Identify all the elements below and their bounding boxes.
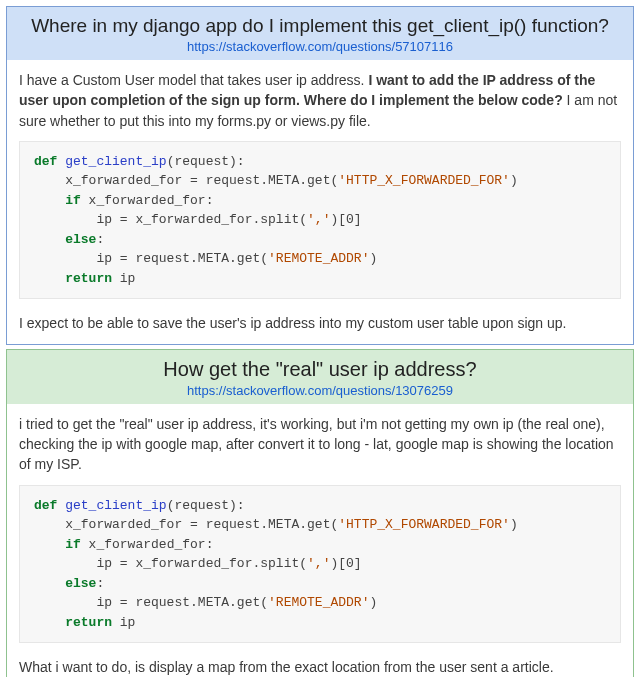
fn-name: get_client_ip	[57, 154, 166, 169]
code-text: (request):	[167, 154, 245, 169]
post-header: How get the "real" user ip address? http…	[7, 350, 633, 404]
code-text: (request):	[167, 498, 245, 513]
post-django: Where in my django app do I implement th…	[6, 6, 634, 345]
code-block: def get_client_ip(request): x_forwarded_…	[19, 485, 621, 644]
code-text: :	[96, 576, 104, 591]
code-text: :	[96, 232, 104, 247]
code-text: ip	[112, 615, 135, 630]
post-title: How get the "real" user ip address?	[19, 358, 621, 381]
code-text: )	[510, 173, 518, 188]
code-text: ip = request.META.get(	[34, 595, 268, 610]
code-text: ip	[112, 271, 135, 286]
kw-def: def	[34, 154, 57, 169]
post-realip: How get the "real" user ip address? http…	[6, 349, 634, 677]
post-expect: I expect to be able to save the user's i…	[19, 313, 621, 333]
post-url-link[interactable]: https://stackoverflow.com/questions/5710…	[19, 39, 621, 54]
code-block: def get_client_ip(request): x_forwarded_…	[19, 141, 621, 300]
str: 'REMOTE_ADDR'	[268, 595, 369, 610]
code-text: ip = x_forwarded_for.split(	[34, 556, 307, 571]
code-text: x_forwarded_for = request.META.get(	[34, 517, 338, 532]
post-body: I have a Custom User model that takes us…	[7, 60, 633, 344]
code-text: )	[510, 517, 518, 532]
intro-plain: I have a Custom User model that takes us…	[19, 72, 368, 88]
str: 'HTTP_X_FORWARDED_FOR'	[338, 517, 510, 532]
kw-return: return	[34, 615, 112, 630]
code-text: x_forwarded_for = request.META.get(	[34, 173, 338, 188]
code-text: ip = x_forwarded_for.split(	[34, 212, 307, 227]
str: ','	[307, 556, 330, 571]
kw-if: if	[34, 537, 81, 552]
kw-if: if	[34, 193, 81, 208]
code-text: x_forwarded_for:	[81, 537, 214, 552]
post-title: Where in my django app do I implement th…	[19, 15, 621, 37]
code-text: )[0]	[330, 212, 361, 227]
post-intro: I have a Custom User model that takes us…	[19, 70, 621, 131]
post-body: i tried to get the "real" user ip addres…	[7, 404, 633, 677]
kw-return: return	[34, 271, 112, 286]
code-text: x_forwarded_for:	[81, 193, 214, 208]
str: ','	[307, 212, 330, 227]
code-text: ip = request.META.get(	[34, 251, 268, 266]
post-intro: i tried to get the "real" user ip addres…	[19, 414, 621, 475]
kw-else: else	[34, 232, 96, 247]
str: 'REMOTE_ADDR'	[268, 251, 369, 266]
kw-else: else	[34, 576, 96, 591]
post-expect: What i want to do, is display a map from…	[19, 657, 621, 677]
code-text: )[0]	[330, 556, 361, 571]
post-header: Where in my django app do I implement th…	[7, 7, 633, 60]
post-url-link[interactable]: https://stackoverflow.com/questions/1307…	[19, 383, 621, 398]
str: 'HTTP_X_FORWARDED_FOR'	[338, 173, 510, 188]
fn-name: get_client_ip	[57, 498, 166, 513]
kw-def: def	[34, 498, 57, 513]
code-text: )	[369, 251, 377, 266]
code-text: )	[369, 595, 377, 610]
